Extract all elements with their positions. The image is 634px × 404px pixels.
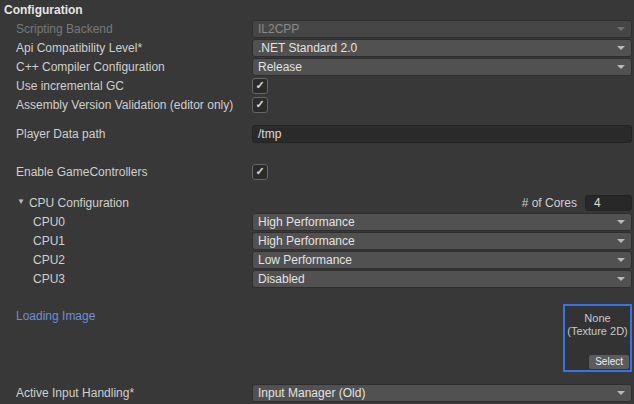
cpu0-dropdown[interactable]: High Performance	[252, 213, 632, 231]
cpu0-label: CPU0	[0, 215, 252, 229]
row-cpu1: CPU1 High Performance	[0, 231, 634, 250]
assembly-validation-checkbox[interactable]: ✓	[252, 97, 268, 113]
incremental-gc-checkbox[interactable]: ✓	[252, 78, 268, 94]
chevron-down-icon	[617, 65, 625, 69]
api-compatibility-label: Api Compatibility Level*	[0, 41, 252, 55]
row-cpu-configuration: ▼ CPU Configuration # of Cores 4	[0, 193, 634, 212]
active-input-handling-label: Active Input Handling*	[0, 386, 252, 400]
chevron-down-icon	[617, 27, 625, 31]
cpu0-value: High Performance	[258, 215, 355, 229]
row-cpu3: CPU3 Disabled	[0, 269, 634, 288]
chevron-down-icon	[617, 239, 625, 243]
player-data-path-label: Player Data path	[0, 127, 252, 141]
row-cpu0: CPU0 High Performance	[0, 212, 634, 231]
assembly-validation-label: Assembly Version Validation (editor only…	[0, 98, 252, 112]
cpu3-label: CPU3	[0, 272, 252, 286]
row-assembly-validation: Assembly Version Validation (editor only…	[0, 95, 634, 114]
chevron-down-icon	[617, 391, 625, 395]
cpu2-value: Low Performance	[258, 253, 352, 267]
cpu1-label: CPU1	[0, 234, 252, 248]
cpu-configuration-label: CPU Configuration	[29, 196, 129, 210]
row-incremental-gc: Use incremental GC ✓	[0, 76, 634, 95]
num-cores-label: # of Cores	[522, 196, 577, 210]
check-icon: ✓	[253, 78, 267, 91]
chevron-down-icon	[617, 220, 625, 224]
section-title: Configuration	[0, 0, 634, 19]
foldout-expanded-icon: ▼	[17, 197, 25, 206]
row-active-input-handling: Active Input Handling* Input Manager (Ol…	[0, 383, 634, 402]
scripting-backend-value: IL2CPP	[258, 22, 299, 36]
enable-gamecontrollers-label: Enable GameControllers	[0, 165, 252, 179]
cpu-configuration-foldout[interactable]: ▼ CPU Configuration	[0, 196, 252, 210]
loading-image-label: Loading Image	[16, 309, 95, 323]
api-compatibility-dropdown[interactable]: .NET Standard 2.0	[252, 39, 632, 57]
texture-none-text: None (Texture 2D)	[565, 312, 630, 338]
cpp-compiler-dropdown[interactable]: Release	[252, 58, 632, 76]
num-cores-input[interactable]: 4	[585, 195, 632, 211]
scripting-backend-dropdown: IL2CPP	[252, 20, 632, 38]
enable-gamecontrollers-checkbox[interactable]: ✓	[252, 164, 268, 180]
check-icon: ✓	[253, 97, 267, 110]
row-loading-image: Loading Image None (Texture 2D) Select	[0, 304, 634, 372]
player-data-path-value: /tmp	[258, 127, 281, 141]
api-compatibility-value: .NET Standard 2.0	[258, 41, 357, 55]
cpp-compiler-value: Release	[258, 60, 302, 74]
cpp-compiler-label: C++ Compiler Configuration	[0, 60, 252, 74]
active-input-handling-dropdown[interactable]: Input Manager (Old)	[252, 384, 632, 402]
num-cores-value: 4	[594, 196, 601, 210]
cpu3-value: Disabled	[258, 272, 305, 286]
texture-select-button[interactable]: Select	[589, 355, 629, 369]
cpu2-label: CPU2	[0, 253, 252, 267]
loading-image-object-field[interactable]: None (Texture 2D) Select	[563, 304, 632, 372]
check-icon: ✓	[253, 164, 267, 177]
chevron-down-icon	[617, 258, 625, 262]
scripting-backend-label: Scripting Backend	[0, 22, 252, 36]
row-scripting-backend: Scripting Backend IL2CPP	[0, 19, 634, 38]
row-api-compatibility: Api Compatibility Level* .NET Standard 2…	[0, 38, 634, 57]
cpu1-value: High Performance	[258, 234, 355, 248]
player-data-path-input[interactable]: /tmp	[252, 125, 632, 143]
cpu1-dropdown[interactable]: High Performance	[252, 232, 632, 250]
incremental-gc-label: Use incremental GC	[0, 79, 252, 93]
row-enable-gamecontrollers: Enable GameControllers ✓	[0, 162, 634, 181]
active-input-handling-value: Input Manager (Old)	[258, 386, 365, 400]
row-cpu2: CPU2 Low Performance	[0, 250, 634, 269]
row-player-data-path: Player Data path /tmp	[0, 124, 634, 143]
chevron-down-icon	[617, 46, 625, 50]
cpu2-dropdown[interactable]: Low Performance	[252, 251, 632, 269]
row-cpp-compiler: C++ Compiler Configuration Release	[0, 57, 634, 76]
chevron-down-icon	[617, 277, 625, 281]
cpu3-dropdown[interactable]: Disabled	[252, 270, 632, 288]
configuration-panel: Configuration Scripting Backend IL2CPP A…	[0, 0, 634, 404]
